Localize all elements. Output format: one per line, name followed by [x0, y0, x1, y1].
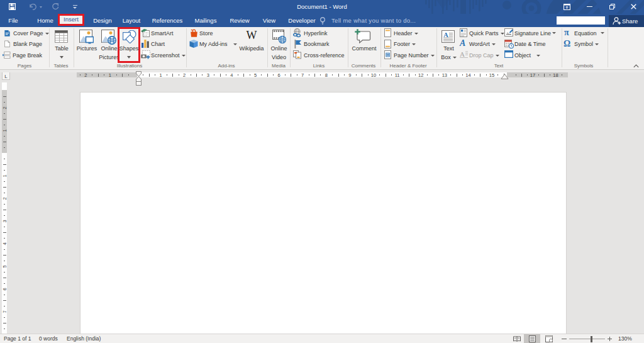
svg-text:A: A — [460, 50, 465, 58]
svg-text:A: A — [443, 31, 448, 38]
